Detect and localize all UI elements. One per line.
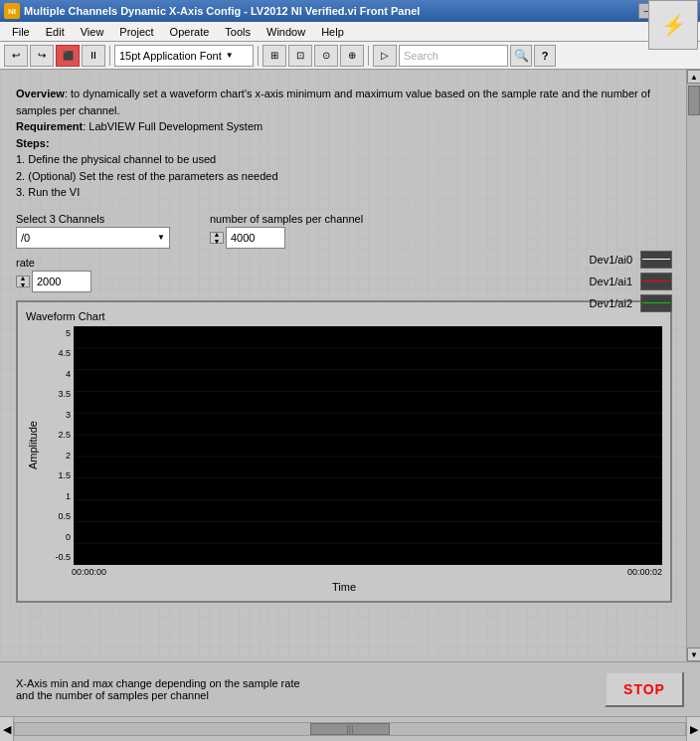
window: NI Multiple Channels Dynamic X-Axis Conf… bbox=[0, 0, 700, 741]
y-axis-label: Amplitude bbox=[26, 326, 40, 565]
toolbar: ↩ ↪ ⬛ ⏸ 15pt Application Font ▼ ⊞ ⊡ ⊙ ⊕ … bbox=[0, 42, 700, 70]
channel-0-line bbox=[642, 259, 670, 260]
rate-spinner[interactable]: ▲ ▼ bbox=[16, 276, 30, 287]
status-bar: ◀ ||| ▶ bbox=[0, 716, 700, 741]
requirement-text: : LabVIEW Full Development System bbox=[83, 120, 262, 132]
channel-0-swatch bbox=[640, 251, 672, 269]
font-dropdown-arrow: ▼ bbox=[226, 51, 234, 60]
overview-bold: Overview bbox=[16, 88, 65, 99]
channel-1-line bbox=[642, 280, 670, 281]
search-box: Search bbox=[399, 45, 508, 67]
channel-label: Select 3 Channels bbox=[16, 213, 170, 225]
chart-plot bbox=[74, 326, 662, 565]
y-ticks: 5 4.5 4 3.5 3 2.5 2 1.5 1 0.5 0 -0.5 bbox=[42, 326, 74, 565]
scroll-track bbox=[687, 84, 700, 648]
corner-image: ⚡ bbox=[648, 0, 698, 50]
samples-label: number of samples per channel bbox=[210, 213, 363, 225]
resize-button[interactable]: ⊙ bbox=[314, 45, 338, 67]
y-tick-5: 2.5 bbox=[42, 430, 71, 440]
step-3: 3. Run the VI bbox=[16, 184, 672, 201]
chart-title: Waveform Chart bbox=[26, 310, 662, 322]
menu-operate[interactable]: Operate bbox=[162, 22, 218, 41]
channel-dropdown[interactable]: /0 ▼ bbox=[16, 227, 170, 249]
menu-window[interactable]: Window bbox=[259, 22, 313, 41]
reorder-button[interactable]: ⊕ bbox=[340, 45, 364, 67]
requirement-bold: Requirement bbox=[16, 120, 83, 132]
search-toggle[interactable]: ▷ bbox=[373, 45, 397, 67]
distribute-button[interactable]: ⊡ bbox=[288, 45, 312, 67]
samples-spinner[interactable]: ▲ ▼ bbox=[210, 232, 224, 244]
help-button[interactable]: ? bbox=[534, 45, 556, 67]
samples-input-row: ▲ ▼ bbox=[210, 227, 363, 249]
step-2: 2. (Optional) Set the rest of the parame… bbox=[16, 168, 672, 185]
scroll-right-button[interactable]: ▶ bbox=[686, 717, 700, 741]
channel-dropdown-arrow: ▼ bbox=[157, 233, 165, 242]
channel-1-label: Dev1/ai1 bbox=[590, 276, 632, 287]
horizontal-scrollbar: ||| bbox=[14, 722, 686, 736]
menu-help[interactable]: Help bbox=[313, 22, 352, 41]
stop-button[interactable]: STOP bbox=[605, 671, 684, 707]
legend-chart-area: Dev1/ai0 Dev1/ai1 Dev1/ai2 bbox=[16, 300, 672, 603]
y-tick-11: -0.5 bbox=[42, 552, 71, 562]
align-button[interactable]: ⊞ bbox=[262, 45, 286, 67]
controls-row: Select 3 Channels /0 ▼ number of samples… bbox=[16, 213, 672, 249]
channel-0-label: Dev1/ai0 bbox=[590, 254, 632, 266]
channel-1-item: Dev1/ai1 bbox=[590, 273, 672, 290]
chart-with-axes: Amplitude 5 4.5 4 3.5 3 2.5 2 1.5 1 0.5 bbox=[26, 326, 662, 565]
x-tick-end: 00:00:02 bbox=[627, 567, 662, 577]
channel-2-item: Dev1/ai2 bbox=[590, 294, 672, 312]
channel-2-line bbox=[642, 302, 670, 303]
y-tick-3: 3.5 bbox=[42, 389, 71, 399]
overview-section: Overview: to dynamically set a waveform … bbox=[16, 86, 672, 201]
channel-2-swatch bbox=[640, 294, 672, 312]
back-button[interactable]: ↩ bbox=[4, 45, 28, 67]
scroll-down-button[interactable]: ▼ bbox=[687, 648, 700, 661]
overview-text: : to dynamically set a waveform chart's … bbox=[16, 88, 650, 116]
y-tick-1: 4.5 bbox=[42, 348, 71, 358]
y-tick-4: 3 bbox=[42, 410, 71, 420]
bottom-note: X-Axis min and max change depending on t… bbox=[16, 677, 585, 701]
horizontal-scroll-thumb[interactable]: ||| bbox=[310, 723, 390, 735]
rate-input[interactable] bbox=[32, 271, 91, 292]
y-tick-2: 4 bbox=[42, 369, 71, 379]
channel-value: /0 bbox=[21, 232, 30, 244]
scroll-left-button[interactable]: ◀ bbox=[0, 717, 14, 741]
app-icon: NI bbox=[4, 3, 20, 19]
vertical-scrollbar[interactable]: ▲ ▼ bbox=[686, 70, 700, 661]
menu-edit[interactable]: Edit bbox=[38, 22, 73, 41]
scroll-indicator: ||| bbox=[311, 724, 389, 734]
menu-view[interactable]: View bbox=[73, 22, 112, 41]
x-axis-ticks: 00:00:00 00:00:02 bbox=[26, 565, 662, 579]
channel-control: Select 3 Channels /0 ▼ bbox=[16, 213, 170, 249]
steps-label: Steps: bbox=[16, 137, 50, 149]
samples-control: number of samples per channel ▲ ▼ bbox=[210, 213, 363, 249]
step-1: 1. Define the physical channel to be use… bbox=[16, 151, 672, 168]
redo-button[interactable]: ↪ bbox=[30, 45, 54, 67]
menu-bar: File Edit View Project Operate Tools Win… bbox=[0, 22, 700, 42]
rate-control: rate ▲ ▼ bbox=[16, 257, 672, 292]
x-axis-label: Time bbox=[26, 581, 662, 593]
font-selector[interactable]: 15pt Application Font ▼ bbox=[114, 45, 254, 67]
y-tick-0: 5 bbox=[42, 328, 71, 338]
pause-button[interactable]: ⏸ bbox=[82, 45, 105, 67]
separator-3 bbox=[368, 46, 369, 66]
rate-input-row: ▲ ▼ bbox=[16, 271, 672, 292]
channel-1-swatch bbox=[640, 273, 672, 290]
menu-tools[interactable]: Tools bbox=[217, 22, 259, 41]
search-button[interactable]: 🔍 bbox=[510, 45, 532, 67]
scroll-up-button[interactable]: ▲ bbox=[687, 70, 700, 84]
y-tick-10: 0 bbox=[42, 532, 71, 542]
y-tick-7: 1.5 bbox=[42, 470, 71, 480]
y-tick-6: 2 bbox=[42, 451, 71, 461]
waveform-chart: Waveform Chart Amplitude 5 4.5 4 3.5 3 2… bbox=[16, 300, 672, 603]
title-bar: NI Multiple Channels Dynamic X-Axis Conf… bbox=[0, 0, 700, 22]
samples-input[interactable] bbox=[226, 227, 285, 249]
menu-project[interactable]: Project bbox=[111, 22, 161, 41]
separator-2 bbox=[258, 46, 259, 66]
menu-file[interactable]: File bbox=[4, 22, 38, 41]
search-placeholder: Search bbox=[404, 50, 438, 62]
abort-button[interactable]: ⬛ bbox=[56, 45, 80, 67]
channel-legend: Dev1/ai0 Dev1/ai1 Dev1/ai2 bbox=[590, 251, 672, 312]
scroll-thumb[interactable] bbox=[688, 86, 700, 115]
channel-0-item: Dev1/ai0 bbox=[590, 251, 672, 269]
